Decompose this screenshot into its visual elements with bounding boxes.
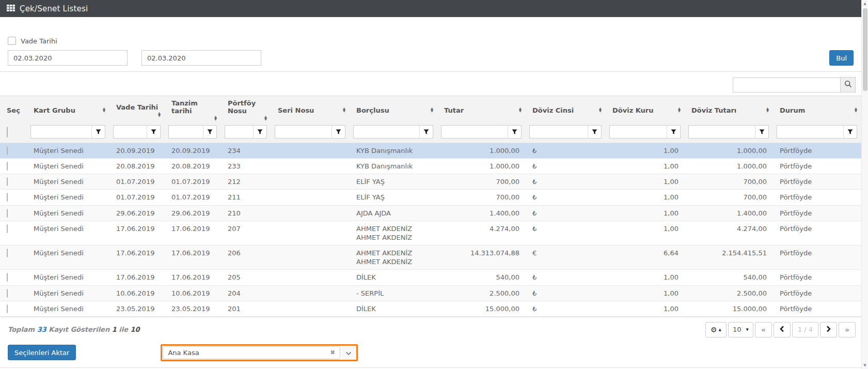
column-header-doviz_tutari[interactable]: Döviz Tutarı▲▼ xyxy=(685,96,773,125)
cell-tanzim_tarihi: 01.07.2019 xyxy=(165,174,221,190)
table-row[interactable]: Müşteri Senedi17.06.201917.06.2019205DİL… xyxy=(0,270,861,285)
cell-tanzim_tarihi: 17.06.2019 xyxy=(165,270,221,285)
previous-page-button[interactable] xyxy=(774,322,791,337)
vade-tarihi-checkbox[interactable] xyxy=(8,37,16,45)
cell-kart_grubu: Müşteri Senedi xyxy=(27,270,109,285)
row-select-cell xyxy=(0,174,27,190)
range-to: 10 xyxy=(131,326,140,333)
last-page-button[interactable]: » xyxy=(839,322,856,337)
row-checkbox[interactable] xyxy=(7,146,8,155)
row-checkbox[interactable] xyxy=(7,273,8,282)
filter-funnel-icon[interactable] xyxy=(843,126,857,138)
combo-dropdown-button[interactable] xyxy=(341,346,356,359)
row-checkbox[interactable] xyxy=(7,304,8,313)
scrollbar-up-arrow[interactable]: ▲ xyxy=(862,2,868,6)
sort-icon[interactable]: ▲▼ xyxy=(766,107,769,113)
column-header-doviz_kuru[interactable]: Döviz Kuru▲▼ xyxy=(606,96,685,125)
table-row[interactable]: Müşteri Senedi29.06.201929.06.2019210AJD… xyxy=(0,205,861,221)
column-header-vade_tarihi[interactable]: Vade Tarihi▲▼ xyxy=(109,96,165,125)
filter-funnel-icon[interactable] xyxy=(203,126,216,138)
global-search-input[interactable] xyxy=(733,78,841,93)
table-row[interactable]: Müşteri Senedi20.09.201920.09.2019234KYB… xyxy=(0,143,861,159)
sort-icon[interactable]: ▲▼ xyxy=(103,107,105,113)
row-checkbox[interactable] xyxy=(7,162,8,171)
filter-input-seri_nosu[interactable] xyxy=(275,126,332,138)
filter-cell-borclusu xyxy=(350,124,437,143)
date-to-input[interactable] xyxy=(141,50,261,66)
filter-input-doviz_tutari[interactable] xyxy=(689,126,755,138)
filter-input-tutar[interactable] xyxy=(441,126,508,138)
date-from-input[interactable] xyxy=(8,50,128,66)
filter-input-tanzim_tarihi[interactable] xyxy=(169,126,203,138)
filter-cell-portfoy_nosu xyxy=(221,124,271,143)
scrollbar-down-arrow[interactable]: ▼ xyxy=(862,363,868,367)
row-checkbox[interactable] xyxy=(7,193,8,202)
filter-input-kart_grubu[interactable] xyxy=(31,126,91,138)
search-button[interactable] xyxy=(840,77,856,93)
filter-funnel-icon[interactable] xyxy=(91,126,105,138)
row-select-cell xyxy=(0,221,27,245)
filter-input-doviz_cinsi[interactable] xyxy=(530,126,588,138)
cell-kart_grubu: Müşteri Senedi xyxy=(27,301,109,316)
sort-icon[interactable]: ▲▼ xyxy=(158,112,161,117)
filter-funnel-icon[interactable] xyxy=(253,126,266,138)
table-row[interactable]: Müşteri Senedi20.08.201920.08.2019233KYB… xyxy=(0,159,861,174)
table-row[interactable]: Müşteri Senedi10.06.201910.06.2019204- S… xyxy=(0,285,861,301)
cell-doviz_cinsi: ₺ xyxy=(526,301,606,316)
filter-funnel-icon[interactable] xyxy=(588,126,601,138)
table-row[interactable]: Müşteri Senedi01.07.201901.07.2019212ELİ… xyxy=(0,174,861,190)
filter-funnel-icon[interactable] xyxy=(755,126,768,138)
column-header-tanzim_tarihi[interactable]: Tanzim tarihi▲▼ xyxy=(165,96,221,125)
sort-icon[interactable]: ▲▼ xyxy=(599,107,602,113)
page-scrollbar[interactable]: ▲ ▼ xyxy=(861,0,868,369)
find-button[interactable]: Bul xyxy=(829,50,854,66)
sort-icon[interactable]: ▲▼ xyxy=(264,116,267,121)
filter-funnel-icon[interactable] xyxy=(667,126,680,138)
filter-funnel-icon[interactable] xyxy=(147,126,160,138)
row-checkbox[interactable] xyxy=(7,209,8,218)
transfer-selected-button[interactable]: Seçilenleri Aktar xyxy=(8,345,76,360)
column-header-seri_nosu[interactable]: Seri Nosu▲▼ xyxy=(271,96,350,125)
sort-icon[interactable]: ▲▼ xyxy=(855,107,857,113)
cell-kart_grubu: Müşteri Senedi xyxy=(27,159,109,174)
filter-funnel-icon[interactable] xyxy=(508,126,521,138)
first-page-button[interactable]: « xyxy=(755,322,772,337)
table-row[interactable]: Müşteri Senedi01.07.201901.07.2019211ELİ… xyxy=(0,190,861,205)
filter-input-vade_tarihi[interactable] xyxy=(114,126,147,138)
cek-senet-table: SeçKart Grubu▲▼Vade Tarihi▲▼Tanzim tarih… xyxy=(0,96,861,317)
table-row[interactable]: Müşteri Senedi23.05.201923.05.2019201DİL… xyxy=(0,301,861,316)
filter-funnel-icon[interactable] xyxy=(332,126,345,138)
sort-icon[interactable]: ▲▼ xyxy=(678,107,681,113)
sort-icon[interactable]: ▲▼ xyxy=(214,116,217,121)
sort-icon[interactable]: ▲▼ xyxy=(519,107,522,113)
row-checkbox[interactable] xyxy=(7,289,8,298)
column-header-durum[interactable]: Durum▲▼ xyxy=(773,96,861,125)
filter-funnel-icon[interactable] xyxy=(419,126,433,138)
row-checkbox[interactable] xyxy=(7,224,8,233)
filter-input-durum[interactable] xyxy=(777,126,843,138)
select-all-checkbox[interactable] xyxy=(7,127,8,137)
filter-input-doviz_kuru[interactable] xyxy=(610,126,667,138)
column-header-tutar[interactable]: Tutar▲▼ xyxy=(437,96,526,125)
row-checkbox[interactable] xyxy=(7,177,8,186)
table-row[interactable]: Müşteri Senedi17.06.201917.06.2019207AHM… xyxy=(0,221,861,245)
table-row[interactable]: Müşteri Senedi17.06.201917.06.2019206AHM… xyxy=(0,245,861,270)
row-checkbox[interactable] xyxy=(7,249,8,257)
grid-settings-button[interactable]: ⚙ ▲ xyxy=(705,322,727,337)
page-size-select[interactable]: 10 ▼ xyxy=(728,322,753,337)
sort-icon[interactable]: ▲▼ xyxy=(431,107,433,113)
cash-register-input[interactable]: Ana Kasa ✖ xyxy=(163,346,340,359)
clear-icon[interactable]: ✖ xyxy=(330,349,335,356)
sort-icon[interactable]: ▲▼ xyxy=(343,107,345,113)
cell-doviz_kuru: 1,00 xyxy=(606,221,685,245)
cash-register-combobox[interactable]: Ana Kasa ✖ xyxy=(161,344,358,361)
column-header-portfoy_nosu[interactable]: Pörtföy Nosu▲▼ xyxy=(221,96,271,125)
scrollbar-thumb[interactable] xyxy=(863,8,867,91)
column-header-kart_grubu[interactable]: Kart Grubu▲▼ xyxy=(27,96,109,125)
column-header-borclusu[interactable]: Borçlusu▲▼ xyxy=(350,96,437,125)
cell-tutar: 1.400,00 xyxy=(437,205,526,221)
filter-input-borclusu[interactable] xyxy=(354,126,419,138)
next-page-button[interactable] xyxy=(820,322,837,337)
filter-input-portfoy_nosu[interactable] xyxy=(225,126,253,138)
column-header-doviz_cinsi[interactable]: Döviz Cinsi▲▼ xyxy=(526,96,606,125)
